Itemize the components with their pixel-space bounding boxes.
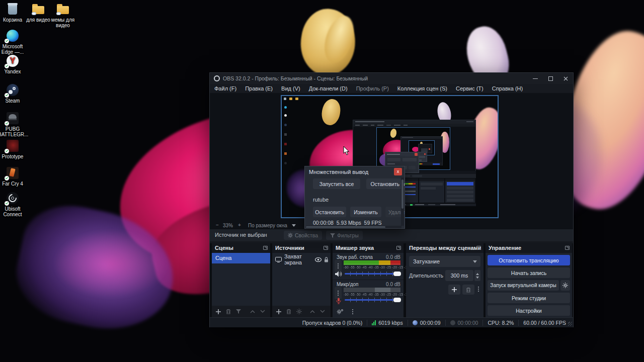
move-source-up-icon[interactable] <box>310 310 315 313</box>
lock-icon[interactable] <box>324 257 329 262</box>
remove-source-icon[interactable] <box>286 309 291 314</box>
desktop-icon-edge[interactable]: Microsoft Edge —... <box>0 29 27 55</box>
settings-button[interactable]: Настройки <box>488 305 570 316</box>
mini-wallpaper-yellow <box>320 98 342 126</box>
menu-view[interactable]: Вид (V) <box>281 85 300 92</box>
resize-grip[interactable] <box>568 322 572 326</box>
sync-check-badge <box>5 64 9 68</box>
menu-help[interactable]: Справка (H) <box>492 85 523 92</box>
dialog-close-button[interactable]: x <box>394 168 402 175</box>
sources-panel: Источники Захват экрана <box>272 243 331 317</box>
start-all-button[interactable]: Запустить все <box>313 178 360 189</box>
dialog-titlebar[interactable]: Множественный вывод x <box>305 166 405 177</box>
signal-bars-icon <box>372 320 376 325</box>
scenes-panel: Сцены Сцена <box>212 243 270 317</box>
sync-check-badge <box>5 93 9 98</box>
volume-slider-handle[interactable] <box>393 272 401 276</box>
zoom-fit-select[interactable]: По размеру окна <box>248 223 287 228</box>
source-list-item[interactable]: Захват экрана <box>275 255 329 264</box>
controls-panel-header[interactable]: Управление <box>486 243 572 253</box>
edit-output-button[interactable]: Изменить <box>350 207 381 217</box>
menu-edit[interactable]: Правка (E) <box>245 85 273 92</box>
stop-streaming-button[interactable]: Остановить трансляцию <box>488 255 570 265</box>
sources-panel-header[interactable]: Источники <box>272 243 331 253</box>
popout-icon <box>565 246 570 250</box>
transition-select[interactable]: Затухание <box>409 256 480 267</box>
minimize-button[interactable] <box>528 73 543 84</box>
stop-all-button[interactable]: Остановить все <box>366 178 405 189</box>
icon-label: Prototype <box>0 154 27 159</box>
desktop-icon-yandex[interactable]: Y Yandex <box>0 54 27 74</box>
speaker-icon[interactable] <box>335 271 342 277</box>
add-scene-icon[interactable] <box>216 309 221 314</box>
zoom-value: 33% <box>223 223 233 228</box>
desktop-icon-prototype[interactable]: Prototype <box>0 139 27 159</box>
desktop-icon-steam[interactable]: Steam <box>0 83 27 104</box>
yandex-icon: Y <box>6 54 19 67</box>
transitions-panel-header[interactable]: Переходы между сценами <box>406 243 484 253</box>
zoom-out-button[interactable]: − <box>216 222 219 228</box>
desktop-icon-ubisoft[interactable]: Ubisoft Connect <box>0 192 27 217</box>
remove-scene-icon[interactable] <box>226 309 231 314</box>
folder-icon <box>56 3 69 16</box>
dock-area: Сцены Сцена Источники Захват экрана <box>210 243 573 317</box>
mixer-menu-dots[interactable] <box>352 309 353 314</box>
scenes-panel-header[interactable]: Сцены <box>212 243 270 253</box>
duration-spinbox[interactable]: 300 ms <box>445 270 473 281</box>
dialog-vscrollbar[interactable] <box>401 177 404 226</box>
sync-check-badge <box>5 121 9 126</box>
menu-profile[interactable]: Профиль (P) <box>356 85 389 92</box>
menu-scene-collection[interactable]: Коллекция сцен (S) <box>397 85 447 92</box>
scene-filters-icon[interactable] <box>236 309 241 314</box>
menu-docks[interactable]: Док-панели (D) <box>309 85 348 92</box>
icon-label: Steam <box>0 98 27 104</box>
gear-icon <box>562 283 568 288</box>
source-properties-icon[interactable] <box>296 309 302 314</box>
scene-list-item[interactable]: Сцена <box>212 253 270 263</box>
properties-button[interactable]: Свойства <box>284 231 322 240</box>
zoom-in-button[interactable]: + <box>238 222 241 228</box>
menu-file[interactable]: Файл (F) <box>214 85 236 92</box>
stop-output-button[interactable]: Остановить <box>313 207 346 217</box>
popout-icon <box>396 246 401 250</box>
desktop-icon-pubg[interactable]: PUBG BATTLEGR... <box>0 112 27 137</box>
add-source-icon[interactable] <box>276 309 281 314</box>
dialog-title: Множественный вывод <box>309 169 368 175</box>
mixer-channel-menu[interactable] <box>335 260 342 272</box>
volume-slider[interactable] <box>345 299 393 301</box>
close-button[interactable] <box>558 73 573 84</box>
obs-titlebar[interactable]: OBS 32.0.2 - Профиль: Безымянный - Сцены… <box>210 73 573 84</box>
duration-spin-arrows[interactable] <box>474 270 480 281</box>
multiple-output-dialog: Множественный вывод x Запустить все Оста… <box>304 166 405 229</box>
start-recording-button[interactable]: Начать запись <box>488 267 570 278</box>
virtual-camera-config-button[interactable] <box>560 280 570 291</box>
filters-button[interactable]: Фильтры <box>326 231 363 240</box>
studio-mode-button[interactable]: Режим студии <box>488 293 570 303</box>
desktop-icon-folder-memes[interactable]: мемы для видео <box>48 3 77 28</box>
desktop-icon-farcry4[interactable]: Far Cry 4 <box>0 166 27 187</box>
move-scene-down-icon[interactable] <box>260 310 265 313</box>
add-transition-button[interactable] <box>448 285 460 295</box>
advanced-audio-icon[interactable] <box>337 309 343 315</box>
mic-muted-icon[interactable] <box>336 298 342 304</box>
dialog-hscrollbar[interactable] <box>306 226 401 228</box>
no-source-label: Источник не выбран <box>215 232 267 238</box>
gear-icon <box>288 233 293 238</box>
menu-tools[interactable]: Сервис (T) <box>456 85 484 92</box>
display-capture-icon <box>275 257 282 262</box>
maximize-button[interactable] <box>543 73 558 84</box>
move-source-down-icon[interactable] <box>320 310 325 313</box>
ubisoft-connect-icon <box>6 192 19 205</box>
volume-slider-handle[interactable] <box>393 298 401 302</box>
visibility-eye-icon[interactable] <box>315 257 321 262</box>
remove-transition-button[interactable] <box>462 285 474 295</box>
move-scene-up-icon[interactable] <box>250 310 255 313</box>
volume-slider[interactable] <box>345 273 393 275</box>
sources-toolbar <box>272 306 331 317</box>
transitions-menu-dots[interactable] <box>478 287 479 292</box>
chevron-down-icon[interactable] <box>292 224 296 227</box>
virtual-camera-button[interactable]: Запуск виртуальной камеры <box>488 280 559 291</box>
desktop-icon-recycle-bin[interactable]: Корзина <box>0 3 27 23</box>
dropped-frames: Пропуск кадров 0 (0.0%) <box>302 320 362 326</box>
mixer-panel-header[interactable]: Микшер звука <box>333 243 404 253</box>
